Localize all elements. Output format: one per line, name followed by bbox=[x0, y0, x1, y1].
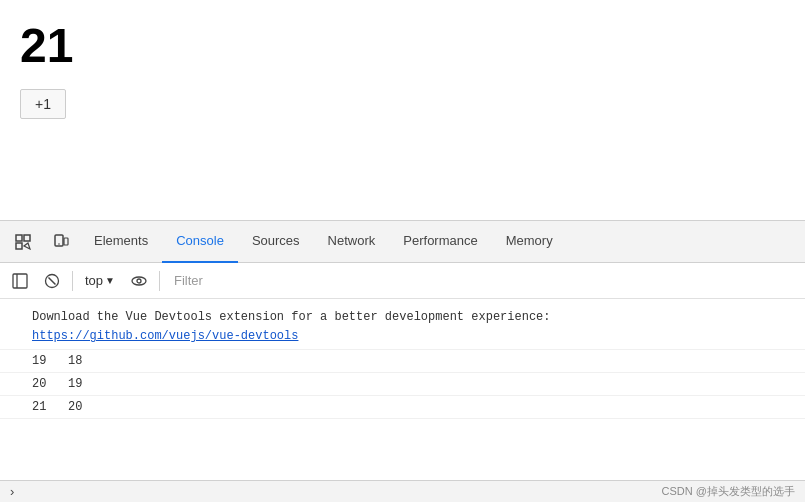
console-row-1: 19 18 bbox=[0, 350, 805, 373]
vue-devtools-link[interactable]: https://github.com/vuejs/vue-devtools bbox=[32, 329, 298, 343]
tab-performance[interactable]: Performance bbox=[389, 221, 491, 263]
tab-console[interactable]: Console bbox=[162, 221, 238, 263]
svg-rect-2 bbox=[16, 243, 22, 249]
clear-console-button[interactable] bbox=[38, 267, 66, 295]
console-row-3: 21 20 bbox=[0, 396, 805, 419]
chevron-down-icon: ▼ bbox=[105, 275, 115, 286]
eye-icon-button[interactable] bbox=[125, 267, 153, 295]
tab-sources[interactable]: Sources bbox=[238, 221, 314, 263]
console-output: Download the Vue Devtools extension for … bbox=[0, 299, 805, 480]
toolbar-divider-2 bbox=[159, 271, 160, 291]
tab-elements[interactable]: Elements bbox=[80, 221, 162, 263]
svg-rect-4 bbox=[64, 238, 68, 245]
devtools-tabs-bar: Elements Console Sources Network Perform… bbox=[0, 221, 805, 263]
console-prompt-icon[interactable]: › bbox=[10, 484, 14, 499]
svg-rect-6 bbox=[13, 274, 27, 288]
console-message-vue: Download the Vue Devtools extension for … bbox=[0, 305, 805, 350]
devtools-bottom-bar: › CSDN @掉头发类型的选手 bbox=[0, 480, 805, 502]
console-row-2: 20 19 bbox=[0, 373, 805, 396]
page-content: 21 +1 bbox=[0, 0, 805, 220]
context-selector[interactable]: top ▼ bbox=[79, 271, 121, 290]
svg-point-10 bbox=[132, 277, 146, 285]
svg-point-5 bbox=[58, 243, 60, 245]
tab-memory[interactable]: Memory bbox=[492, 221, 567, 263]
sidebar-toggle-button[interactable] bbox=[6, 267, 34, 295]
devtools-panel: Elements Console Sources Network Perform… bbox=[0, 220, 805, 502]
console-toolbar: top ▼ bbox=[0, 263, 805, 299]
increment-button[interactable]: +1 bbox=[20, 89, 66, 119]
watermark-text: CSDN @掉头发类型的选手 bbox=[662, 484, 795, 499]
filter-input[interactable] bbox=[166, 269, 799, 292]
tab-network[interactable]: Network bbox=[314, 221, 390, 263]
device-toggle-icon[interactable] bbox=[43, 224, 79, 260]
svg-point-11 bbox=[137, 279, 141, 283]
inspect-element-icon[interactable] bbox=[5, 224, 41, 260]
counter-display: 21 bbox=[20, 20, 73, 73]
svg-rect-1 bbox=[24, 235, 30, 241]
toolbar-divider bbox=[72, 271, 73, 291]
svg-rect-0 bbox=[16, 235, 22, 241]
svg-line-9 bbox=[49, 277, 56, 284]
